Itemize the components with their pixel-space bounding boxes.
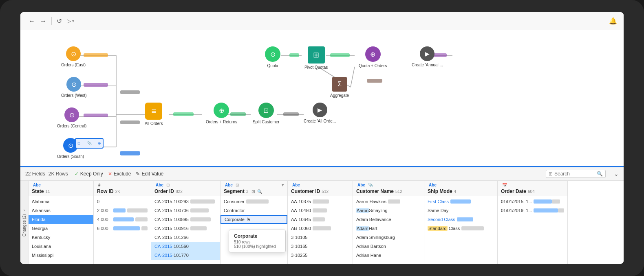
cell-name-2: Aaron Smayling: [353, 206, 424, 215]
sidebar-toggle[interactable]: › Changes (2): [20, 181, 29, 264]
svg-line-16: [351, 67, 355, 87]
cell-name-6: Adrian Bartson: [353, 242, 424, 251]
exclude-button[interactable]: ✕ Exclude: [108, 171, 131, 177]
cell-kentucky: Kentucky: [29, 233, 93, 242]
forward-button[interactable]: →: [38, 16, 48, 26]
col-row-id-header: # Row ID 2K: [94, 181, 151, 196]
col-customer-name-body: Aaron Hawkins Aaron Smayling Adam Bellav…: [353, 196, 424, 264]
segment-search-icon[interactable]: 🔍: [257, 189, 262, 194]
col-order-date: 📅 Order Date 604 01/01/2015, 1...: [498, 181, 568, 264]
col-order-date-body: 01/01/2015, 1... 01/01/2019, 1...: [498, 196, 567, 264]
cell-name-3: Adam Bellavance: [353, 215, 424, 224]
node-quota-orders[interactable]: ⊕ Quota + Orders: [359, 46, 387, 68]
panel-actions: ✓ Keep Only ✕ Exclude ✎ Edit Value: [75, 171, 164, 177]
cell-date-2: 01/01/2019, 1...: [498, 206, 567, 215]
node-orders-west[interactable]: ⊙ Orders (West): [61, 77, 87, 98]
cell-custid-4: AB-10060: [288, 224, 353, 233]
toolbar-divider: [51, 17, 52, 25]
cell-orderid-3: CA-2015-100895: [151, 215, 220, 224]
cell-first-class: First Class: [424, 197, 497, 206]
refresh-button[interactable]: ↺: [55, 15, 64, 26]
filter-badge[interactable]: ⊡📎⊕: [75, 138, 104, 149]
col-state-header: Abc State 11: [29, 181, 93, 196]
node-split-customer[interactable]: ⊡ Split Customer: [253, 103, 280, 124]
bell-icon[interactable]: 🔔: [609, 17, 617, 25]
cell-louisiana: Louisiana: [29, 242, 93, 251]
keep-only-button[interactable]: ✓ Keep Only: [75, 171, 103, 177]
col-order-id-header: Abc ⊡ Order ID 822: [151, 181, 220, 196]
col-customer-name-header: Abc 📎 Customer Name 512: [353, 181, 424, 196]
cell-rowid-4000: 4,000: [94, 215, 151, 224]
cell-rowid-2000: 2,000: [94, 206, 151, 215]
cell-name-4: Adam Hart: [353, 224, 424, 233]
popup-highlighted: 510 (100%) highlighted: [234, 244, 280, 249]
svg-rect-21: [173, 112, 194, 116]
node-orders-east[interactable]: ⊙ Orders (East): [61, 46, 86, 67]
cell-alabama: Alabama: [29, 197, 93, 206]
fields-rows-info: 22 Fields 2K Rows: [25, 171, 68, 177]
cell-orderid-6: CA-2015-101560: [151, 242, 220, 251]
svg-rect-24: [289, 53, 299, 57]
settings-icon: ⊞: [549, 171, 553, 177]
flow-canvas: ⊙ Orders (East) ⊙ Orders (West) ⊙ Orders…: [20, 30, 624, 166]
node-create-annual[interactable]: ▶ Create 'Annual ...: [412, 46, 443, 67]
expand-button[interactable]: ⌄: [614, 171, 619, 177]
svg-rect-25: [330, 53, 350, 57]
svg-rect-19: [120, 120, 140, 124]
popup-title: Corporate: [234, 233, 280, 239]
col-order-id-body: CA-2015-100293 CA-2015-100706 CA-2015-10…: [151, 196, 220, 264]
node-quota[interactable]: ⊙ Quota: [265, 46, 280, 68]
svg-rect-18: [120, 90, 140, 94]
grid-columns: Abc State 11 Alabama Arkansas Florida Ge…: [29, 181, 624, 264]
cell-consumer[interactable]: Consumer: [221, 197, 287, 206]
cell-arkansas: Arkansas: [29, 206, 93, 215]
col-customer-id-body: AA-10375 AA-10480 AA-10645: [288, 196, 353, 264]
col-segment: Abc ⊡ ▾ Segment 3 ⊡ 🔍: [221, 181, 288, 264]
node-create-allorde[interactable]: ▶ Create 'All Orde...: [304, 103, 336, 123]
cell-orderid-4: CA-2015-100916: [151, 224, 220, 233]
col-customer-id: Abc Customer ID 512 AA-10375: [288, 181, 353, 264]
col-state: Abc State 11 Alabama Arkansas Florida Ge…: [29, 181, 94, 264]
svg-rect-14: [84, 114, 108, 117]
node-orders-central[interactable]: ⊙ Orders (Central): [57, 107, 86, 128]
node-all-orders[interactable]: ≡ All Orders: [145, 103, 163, 126]
cell-florida[interactable]: Florida: [29, 215, 93, 224]
cell-name-5: Adam Shillingsburg: [353, 233, 424, 242]
popup-rows: 510 rows: [234, 240, 280, 244]
fields-count: 22 Fields: [25, 171, 45, 177]
back-button[interactable]: ←: [27, 16, 37, 26]
cell-standard-class: Standard Class: [424, 224, 497, 233]
svg-rect-13: [84, 83, 108, 87]
col-row-id: # Row ID 2K 0: [94, 181, 151, 264]
col-ship-mode: Abc Ship Mode 4 First Class: [424, 181, 498, 264]
cell-mississippi: Mississippi: [29, 251, 93, 260]
cell-name-7: Adrian Hane: [353, 251, 424, 260]
cell-date-4: [498, 224, 567, 233]
cell-rowid-6000: 6,000: [94, 224, 151, 233]
cell-custid-6: 3-10165: [288, 242, 353, 251]
node-pivot-quotas[interactable]: ⊞ Pivot Quotas: [304, 46, 328, 70]
col-customer-id-header: Abc Customer ID 512: [288, 181, 353, 196]
col-row-id-body: 0 2,000: [94, 196, 151, 264]
play-button[interactable]: ▷ ▾: [65, 16, 76, 26]
col-customer-name: Abc 📎 Customer Name 512 Aaron Hawkins: [353, 181, 424, 264]
node-orders-south[interactable]: ⊙ ⊡📎⊕ Orders (South): [57, 138, 84, 159]
cell-orderid-2: CA-2015-100706: [151, 206, 220, 215]
cell-custid-3: AA-10645: [288, 215, 353, 224]
cell-custid-1: AA-10375: [288, 197, 353, 206]
search-icon: 🔍: [597, 171, 603, 177]
segment-filter-icon[interactable]: ⊡: [251, 189, 255, 194]
search-input[interactable]: [554, 171, 595, 177]
segment-dropdown: Corporate 510 rows 510 (100%) highlighte…: [229, 230, 286, 252]
cell-date-1: 01/01/2015, 1...: [498, 197, 567, 206]
bottom-panel: 22 Fields 2K Rows ✓ Keep Only ✕ Exclude …: [20, 166, 624, 264]
search-box[interactable]: ⊞ 🔍: [546, 170, 606, 178]
col-segment-header: Abc ⊡ ▾ Segment 3 ⊡ 🔍: [221, 181, 287, 196]
node-aggregate[interactable]: Σ Aggregate: [330, 77, 349, 98]
cell-contractor[interactable]: Contractor: [221, 206, 287, 215]
cell-corporate[interactable]: Corporate 🖱: [221, 215, 287, 224]
node-orders-returns[interactable]: ⊕ Orders + Returns: [206, 103, 237, 124]
data-grid: › Changes (2) Abc State 11: [20, 181, 624, 264]
cell-georgia: Georgia: [29, 224, 93, 233]
edit-value-button[interactable]: ✎ Edit Value: [136, 171, 163, 177]
